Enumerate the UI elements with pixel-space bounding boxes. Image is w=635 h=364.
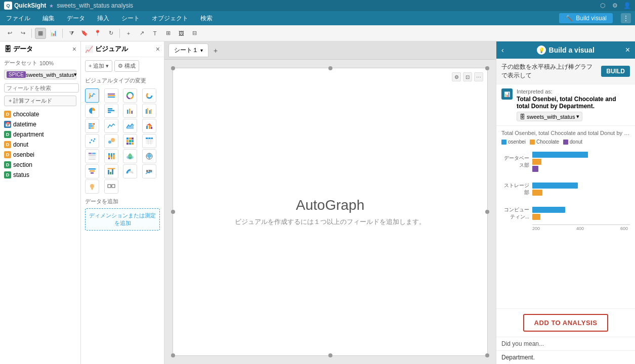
chart-autograph-subtitle: ビジュアルを作成するには１つ以上のフィールドを追加します。 bbox=[235, 217, 426, 226]
right-panel: ‹ 💡 Build a visual × 子の総数を水平積み上げ棒グラフで表示し… bbox=[496, 41, 635, 364]
dataset-tag[interactable]: 🗄 sweets_with_status ▾ bbox=[517, 112, 582, 121]
insight-type[interactable] bbox=[85, 179, 99, 194]
right-panel-back-button[interactable]: ‹ bbox=[501, 46, 504, 54]
field-item-status[interactable]: D status bbox=[0, 170, 80, 180]
chart-settings-button[interactable]: ⚙ bbox=[452, 72, 461, 81]
drop-zone[interactable]: ディメンションまたは測定を追加 bbox=[85, 208, 160, 231]
right-panel-close-button[interactable]: × bbox=[625, 46, 630, 55]
pin-button[interactable]: 📍 bbox=[92, 28, 103, 39]
canvas-tab-dropdown[interactable]: ▾ bbox=[200, 48, 203, 53]
field-item-department[interactable]: D department bbox=[0, 129, 80, 140]
resize-handle-top-right[interactable] bbox=[485, 66, 489, 70]
kpi-type[interactable]: KPI bbox=[142, 164, 156, 178]
heat-type[interactable] bbox=[123, 134, 137, 148]
hbar-type[interactable] bbox=[104, 104, 118, 118]
resize-handle-bottom-left[interactable] bbox=[171, 353, 175, 357]
svg-rect-17 bbox=[89, 123, 92, 125]
user-icon[interactable]: 👤 bbox=[623, 2, 631, 10]
table-type[interactable] bbox=[142, 134, 156, 148]
add-sheet-button[interactable]: + bbox=[210, 46, 221, 56]
resize-handle-bottom[interactable] bbox=[328, 353, 332, 357]
dataset-selector[interactable]: SPICE sweets_with_status ▾ bbox=[4, 70, 76, 79]
area-type[interactable] bbox=[123, 119, 137, 133]
autograph-type[interactable] bbox=[85, 88, 99, 103]
combo-type[interactable] bbox=[142, 119, 156, 133]
menu-file[interactable]: ファイル bbox=[4, 13, 32, 24]
refresh-button[interactable]: ↻ bbox=[105, 28, 116, 39]
field-item-osenbei[interactable]: D osenbei bbox=[0, 150, 80, 160]
grid-button[interactable]: ⊟ bbox=[189, 28, 200, 39]
stacked-hbar-type[interactable] bbox=[85, 119, 99, 133]
field-item-chocolate[interactable]: D chocolate bbox=[0, 109, 80, 119]
svg-rect-23 bbox=[91, 127, 94, 129]
menu-data[interactable]: データ bbox=[65, 13, 87, 24]
arc-type[interactable] bbox=[123, 88, 137, 103]
vbar-type[interactable] bbox=[123, 104, 137, 118]
chart-more-button[interactable]: ⋯ bbox=[474, 72, 483, 81]
field-item-section[interactable]: D section bbox=[0, 160, 80, 170]
svg-point-29 bbox=[91, 140, 93, 141]
menu-more-button[interactable]: ⋮ bbox=[621, 13, 631, 23]
undo-button[interactable]: ↩ bbox=[4, 28, 15, 39]
bar-chart-button[interactable]: 📊 bbox=[48, 28, 59, 39]
add-visual-label: + 追加 bbox=[89, 62, 104, 70]
pivot-type[interactable] bbox=[85, 149, 99, 163]
scatter-type[interactable] bbox=[85, 134, 99, 148]
menu-search[interactable]: 検索 bbox=[198, 13, 215, 24]
menu-insert[interactable]: 挿入 bbox=[95, 13, 111, 24]
star-icon[interactable]: ★ bbox=[49, 3, 54, 9]
resize-handle-bottom-right[interactable] bbox=[485, 353, 489, 357]
resize-handle-left[interactable] bbox=[171, 210, 175, 214]
calc-field-button[interactable]: + 計算フィールド bbox=[4, 96, 76, 106]
field-search-input[interactable] bbox=[4, 83, 79, 93]
menu-sheet[interactable]: シート bbox=[119, 13, 142, 24]
stacked100-type[interactable] bbox=[104, 149, 118, 163]
build-visual-button[interactable]: 🔨 Build visual bbox=[559, 13, 613, 23]
field-list: D chocolate 📅 datetime D department D do… bbox=[0, 107, 80, 364]
add-visual-button[interactable]: + 追加 ▾ bbox=[85, 60, 112, 72]
canvas-tab-sheet1[interactable]: シート１ ▾ bbox=[168, 43, 208, 57]
custom-type[interactable] bbox=[104, 179, 118, 194]
chart-focus-button[interactable]: ⊡ bbox=[463, 72, 472, 81]
waterfall-type[interactable] bbox=[104, 164, 118, 178]
settings-icon[interactable]: ⚙ bbox=[611, 2, 619, 10]
menu-edit[interactable]: 編集 bbox=[40, 13, 57, 24]
visual-panel-close[interactable]: × bbox=[156, 45, 160, 53]
share-icon[interactable]: ⬡ bbox=[599, 2, 607, 10]
table-btn2[interactable]: ⊞ bbox=[162, 28, 174, 39]
svg-rect-67 bbox=[108, 170, 109, 174]
resize-handle-right[interactable] bbox=[485, 210, 489, 214]
filled-map-type[interactable] bbox=[142, 149, 156, 163]
data-panel-close[interactable]: × bbox=[72, 45, 76, 53]
funnel-type[interactable] bbox=[85, 164, 99, 178]
pie-type[interactable] bbox=[85, 104, 99, 118]
config-visual-button[interactable]: ⚙ 構成 bbox=[114, 60, 139, 72]
svg-rect-50 bbox=[92, 153, 96, 154]
filter-button[interactable]: ⧩ bbox=[66, 28, 77, 39]
resize-handle-top[interactable] bbox=[328, 66, 332, 70]
stacked-bar-type[interactable] bbox=[104, 88, 118, 103]
line-type[interactable] bbox=[104, 119, 118, 133]
donut-type[interactable] bbox=[142, 88, 156, 103]
add-to-analysis-button[interactable]: ADD TO ANALYSIS bbox=[523, 314, 609, 332]
field-item-datetime[interactable]: 📅 datetime bbox=[0, 119, 80, 129]
map-type[interactable] bbox=[123, 149, 137, 163]
image-button[interactable]: 🖼 bbox=[176, 28, 187, 39]
build-button[interactable]: BUILD bbox=[601, 66, 630, 77]
trend-button[interactable]: ↗ bbox=[136, 28, 147, 39]
field-icon-section: D bbox=[4, 161, 11, 168]
menu-object[interactable]: オブジェクト bbox=[150, 13, 190, 24]
add-btn[interactable]: + bbox=[123, 28, 134, 39]
bubble-type[interactable] bbox=[104, 134, 118, 148]
grouped-bar-type[interactable] bbox=[142, 104, 156, 118]
table-view-button[interactable]: ▦ bbox=[35, 28, 46, 39]
dataset-tag-dropdown: ▾ bbox=[576, 113, 579, 120]
bookmark-button[interactable]: 🔖 bbox=[79, 28, 90, 39]
text-button[interactable]: T bbox=[149, 28, 160, 39]
redo-button[interactable]: ↪ bbox=[17, 28, 28, 39]
gauge-type[interactable] bbox=[123, 164, 137, 178]
field-item-donut[interactable]: D donut bbox=[0, 140, 80, 150]
svg-rect-14 bbox=[147, 108, 148, 114]
suggestion-row[interactable]: Department. bbox=[496, 350, 635, 364]
resize-handle-top-left[interactable] bbox=[171, 66, 175, 70]
